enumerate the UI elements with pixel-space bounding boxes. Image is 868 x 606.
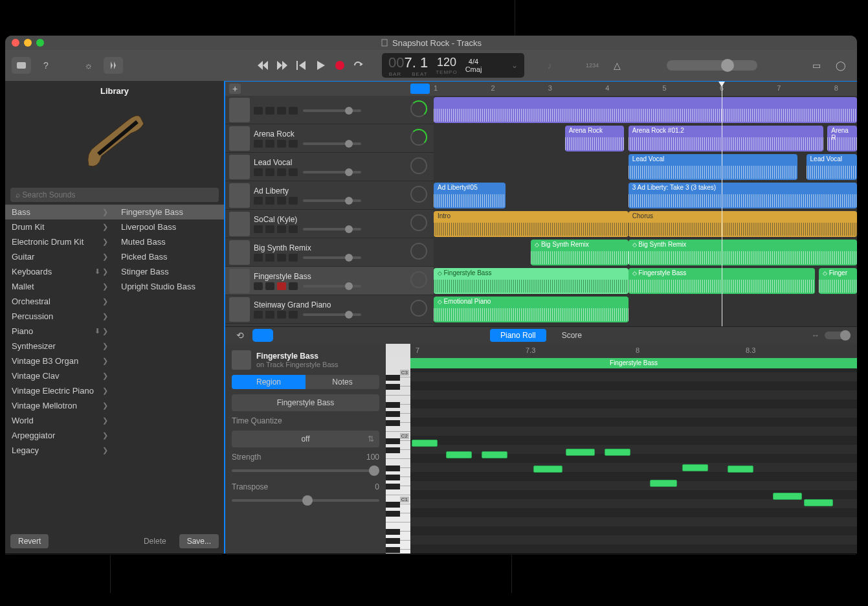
library-category-vintage-b3-organ[interactable]: Vintage B3 Organ ❯ bbox=[5, 354, 115, 368]
library-patch-upright-studio-bass[interactable]: Upright Studio Bass bbox=[115, 279, 224, 294]
record-enable-button[interactable] bbox=[277, 140, 286, 148]
piano-keyboard[interactable]: C3C2C1 bbox=[386, 344, 410, 554]
minimize-button[interactable] bbox=[24, 39, 32, 47]
loop-browser-button[interactable]: ◯ bbox=[831, 57, 851, 74]
library-category-bass[interactable]: Bass ❯ bbox=[5, 205, 115, 219]
save-button[interactable]: Save... bbox=[179, 534, 219, 548]
note-grid[interactable]: 77.388.3 Fingerstyle Bass bbox=[410, 344, 857, 554]
midi-note[interactable] bbox=[446, 451, 472, 458]
region[interactable]: ◇ Big Synth Remix bbox=[531, 240, 628, 265]
library-category-orchestral[interactable]: Orchestral ❯ bbox=[5, 294, 115, 309]
library-category-vintage-mellotron[interactable]: Vintage Mellotron ❯ bbox=[5, 398, 115, 413]
piano-roll-ruler[interactable]: 77.388.3 bbox=[410, 344, 857, 358]
arrangement-timeline[interactable]: 12345678 Arena RockArena Rock #01.2Arena… bbox=[434, 82, 857, 326]
library-category-vintage-electric-piano[interactable]: Vintage Electric Piano ❯ bbox=[5, 383, 115, 398]
pan-knob[interactable] bbox=[410, 157, 427, 174]
pan-knob[interactable] bbox=[410, 214, 427, 231]
forward-button[interactable] bbox=[277, 61, 287, 70]
region[interactable]: Arena Rock #01.2 bbox=[629, 126, 823, 152]
library-patch-muted-bass[interactable]: Muted Bass bbox=[115, 234, 224, 249]
pan-knob[interactable] bbox=[410, 243, 427, 260]
pan-knob[interactable] bbox=[410, 300, 427, 317]
midi-note[interactable] bbox=[682, 464, 708, 471]
region[interactable]: Ad Liberty#05 bbox=[434, 183, 506, 208]
volume-slider[interactable] bbox=[303, 142, 361, 145]
input-monitor-button[interactable] bbox=[289, 311, 298, 319]
input-monitor-button[interactable] bbox=[289, 254, 298, 262]
record-enable-button[interactable] bbox=[277, 107, 286, 115]
pan-knob[interactable] bbox=[410, 186, 427, 203]
library-category-guitar[interactable]: Guitar ❯ bbox=[5, 249, 115, 264]
midi-note[interactable] bbox=[650, 480, 677, 487]
add-track-button[interactable]: + bbox=[229, 84, 241, 94]
library-category-arpeggiator[interactable]: Arpeggiator ❯ bbox=[5, 428, 115, 443]
track-header-5[interactable]: Big Synth Remix bbox=[225, 238, 434, 267]
delete-button[interactable]: Delete bbox=[136, 534, 174, 548]
volume-slider[interactable] bbox=[303, 313, 361, 316]
mute-button[interactable] bbox=[254, 254, 263, 262]
library-patch-stinger-bass[interactable]: Stinger Bass bbox=[115, 264, 224, 279]
library-patch-fingerstyle-bass[interactable]: Fingerstyle Bass bbox=[115, 205, 224, 219]
midi-note[interactable] bbox=[482, 451, 507, 458]
midi-note[interactable] bbox=[533, 466, 562, 473]
mute-button[interactable] bbox=[254, 225, 263, 233]
region[interactable]: Lead Vocal bbox=[629, 154, 798, 180]
strength-slider[interactable] bbox=[232, 469, 379, 472]
volume-slider[interactable] bbox=[303, 256, 361, 259]
lcd-display[interactable]: 007. 1 BAR BEAT 120 TEMPO 4/4 Cmaj ⌄ bbox=[382, 53, 524, 78]
input-monitor-button[interactable] bbox=[289, 140, 298, 148]
region[interactable]: ◇ Big Synth Remix bbox=[629, 240, 857, 265]
zoom-slider[interactable] bbox=[825, 331, 851, 339]
region-patch-field[interactable]: Fingerstyle Bass bbox=[232, 394, 379, 411]
mute-button[interactable] bbox=[254, 140, 263, 148]
mute-button[interactable] bbox=[254, 197, 263, 205]
track-header-6[interactable]: Fingerstyle Bass bbox=[225, 267, 434, 295]
library-category-keyboards[interactable]: Keyboards⬇ ❯ bbox=[5, 264, 115, 279]
mute-button[interactable] bbox=[254, 282, 263, 290]
catch-playhead-button[interactable] bbox=[410, 84, 430, 94]
metronome-button[interactable]: △ bbox=[607, 57, 627, 74]
midi-note[interactable] bbox=[566, 449, 595, 456]
region[interactable]: ◇ Finger bbox=[819, 268, 857, 294]
notepad-button[interactable]: ▭ bbox=[807, 57, 826, 74]
library-category-synthesizer[interactable]: Synthesizer ❯ bbox=[5, 339, 115, 354]
smart-controls-button[interactable]: ☼ bbox=[79, 57, 98, 74]
solo-button[interactable] bbox=[265, 311, 274, 319]
record-enable-button[interactable] bbox=[277, 168, 286, 176]
solo-button[interactable] bbox=[265, 254, 274, 262]
quick-help-button[interactable]: ? bbox=[36, 57, 56, 74]
editors-button[interactable] bbox=[104, 57, 123, 74]
volume-slider[interactable] bbox=[303, 199, 361, 202]
solo-button[interactable] bbox=[265, 140, 274, 148]
library-category-vintage-clav[interactable]: Vintage Clav ❯ bbox=[5, 368, 115, 383]
midi-note[interactable] bbox=[773, 493, 802, 500]
track-header-2[interactable]: Lead Vocal bbox=[225, 153, 434, 181]
region[interactable]: ◇ Fingerstyle Bass bbox=[434, 268, 629, 294]
input-monitor-button[interactable] bbox=[289, 168, 298, 176]
region[interactable]: 3 Ad Liberty: Take 3 (3 takes) bbox=[629, 183, 857, 208]
go-to-beginning-button[interactable] bbox=[296, 61, 307, 70]
track-header-7[interactable]: Steinway Grand Piano bbox=[225, 295, 434, 324]
rewind-button[interactable] bbox=[258, 61, 268, 70]
track-header-3[interactable]: Ad Liberty bbox=[225, 181, 434, 210]
library-category-piano[interactable]: Piano⬇ ❯ bbox=[5, 324, 115, 339]
midi-note[interactable] bbox=[804, 499, 833, 506]
mute-button[interactable] bbox=[254, 168, 263, 176]
horizontal-zoom-icon[interactable]: ↔ bbox=[812, 331, 819, 340]
record-enable-button[interactable] bbox=[277, 282, 286, 290]
volume-slider[interactable] bbox=[303, 285, 361, 287]
record-button[interactable] bbox=[335, 61, 344, 70]
library-category-electronic-drum-kit[interactable]: Electronic Drum Kit ❯ bbox=[5, 234, 115, 249]
mute-button[interactable] bbox=[254, 107, 263, 115]
region[interactable]: Lead Vocal bbox=[807, 154, 857, 180]
solo-button[interactable] bbox=[265, 197, 274, 205]
inspector-mode-segment[interactable]: Region Notes bbox=[232, 375, 379, 389]
bar-ruler[interactable]: 12345678 bbox=[434, 82, 857, 96]
quantize-select[interactable]: off⇅ bbox=[232, 431, 379, 447]
library-toggle-button[interactable] bbox=[12, 57, 31, 74]
solo-button[interactable] bbox=[265, 282, 274, 290]
midi-note[interactable] bbox=[605, 449, 630, 456]
cycle-button[interactable] bbox=[353, 61, 364, 70]
tab-piano-roll[interactable]: Piano Roll bbox=[490, 329, 546, 342]
library-search-input[interactable]: ⌕ Search Sounds bbox=[10, 188, 219, 202]
